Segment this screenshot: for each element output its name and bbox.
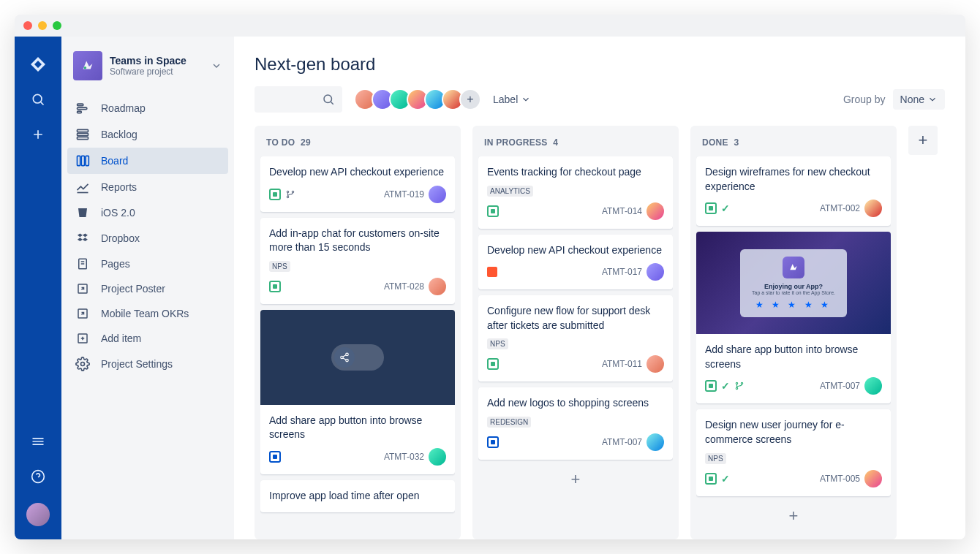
branch-icon: [285, 189, 295, 200]
group-by-control: Group by None: [843, 89, 945, 110]
assignee-avatar[interactable]: [647, 202, 664, 220]
done-check-icon: ✓: [721, 473, 730, 485]
issue-card[interactable]: Design wireframes for new checkout exper…: [696, 156, 891, 226]
priority-high-icon: [487, 267, 497, 277]
task-type-icon: [269, 451, 281, 463]
sidebar-item-label: iOS 2.0: [101, 207, 135, 219]
kanban-board: TO DO 29 Develop new API checkout experi…: [255, 126, 945, 539]
reports-icon: [75, 180, 91, 194]
branch-icon: [734, 381, 745, 391]
issue-card[interactable]: Design new user journey for e-commerce s…: [696, 409, 891, 496]
card-cover-image: [260, 310, 455, 405]
assignee-avatar[interactable]: [647, 355, 664, 373]
sidebar-item-mobile-okrs[interactable]: Mobile Team OKRs: [67, 301, 228, 326]
svg-point-9: [84, 67, 87, 69]
global-search-icon[interactable]: [23, 85, 53, 114]
assignee-avatar[interactable]: [647, 263, 664, 281]
card-key: ATMT-007: [820, 381, 860, 391]
card-label: NPS: [705, 453, 726, 464]
issue-card[interactable]: Add new logos to shopping screens REDESI…: [478, 387, 673, 460]
story-type-icon: [487, 358, 499, 370]
add-card-button[interactable]: +: [696, 502, 891, 530]
window-minimize-button[interactable]: [38, 21, 47, 30]
global-create-icon[interactable]: [23, 120, 53, 149]
svg-point-27: [81, 363, 85, 366]
rating-subtitle: Tap a star to rate it on the App Store.: [752, 290, 835, 295]
assignee-avatar[interactable]: [864, 200, 882, 217]
card-title: Add new logos to shopping screens: [487, 396, 664, 411]
menu-icon[interactable]: [23, 427, 53, 456]
add-people-button[interactable]: +: [459, 88, 481, 110]
help-icon[interactable]: [23, 462, 53, 491]
sidebar-item-reports[interactable]: Reports: [67, 174, 228, 200]
card-key: ATMT-005: [820, 474, 860, 484]
sidebar-item-pages[interactable]: Pages: [67, 251, 228, 276]
sidebar-item-label: Reports: [101, 181, 137, 193]
chevron-down-icon: [521, 94, 531, 105]
project-switcher[interactable]: Teams in Space Software project: [61, 51, 234, 92]
sidebar-item-ios[interactable]: iOS 2.0: [67, 200, 228, 225]
bucket-icon: [75, 206, 91, 219]
sidebar-item-label: Backlog: [101, 129, 137, 140]
svg-line-1: [41, 102, 44, 105]
sidebar-item-roadmap[interactable]: Roadmap: [67, 95, 228, 121]
column-header[interactable]: DONE 3: [696, 134, 891, 156]
product-logo-icon[interactable]: [23, 50, 53, 79]
card-title: Design new user journey for e-commerce s…: [705, 418, 882, 447]
card-key: ATMT-017: [602, 267, 642, 277]
column-header[interactable]: IN PROGRESS 4: [478, 134, 673, 156]
issue-card[interactable]: Configure new flow for support desk afte…: [478, 295, 673, 382]
svg-line-36: [343, 358, 346, 360]
task-type-icon: [487, 436, 499, 448]
backlog-icon: [75, 127, 91, 142]
assignee-avatar[interactable]: [429, 448, 446, 466]
shortcut-icon: [75, 307, 91, 320]
label-filter-button[interactable]: Label: [493, 94, 531, 105]
add-column-button[interactable]: +: [908, 126, 938, 155]
chevron-down-icon: [211, 60, 222, 72]
app-icon: [783, 257, 804, 278]
sidebar-item-label: Board: [101, 155, 128, 167]
sidebar-item-label: Add item: [101, 333, 141, 344]
user-avatar[interactable]: [26, 503, 50, 526]
issue-card[interactable]: Add in-app chat for customers on-site mo…: [260, 218, 455, 304]
sidebar-item-add-item[interactable]: Add item: [67, 326, 228, 351]
dropbox-icon: [75, 231, 91, 246]
svg-rect-11: [78, 107, 87, 110]
done-check-icon: ✓: [721, 202, 730, 214]
issue-card[interactable]: Develop new API checkout experience ATMT…: [260, 156, 455, 212]
issue-card[interactable]: Events tracking for checkout page ANALYT…: [478, 156, 673, 229]
sidebar-item-dropbox[interactable]: Dropbox: [67, 225, 228, 251]
add-card-button[interactable]: +: [478, 466, 673, 493]
sidebar-item-board[interactable]: Board: [67, 148, 228, 174]
window-close-button[interactable]: [23, 21, 32, 30]
card-title: Design wireframes for new checkout exper…: [705, 165, 882, 194]
sidebar-item-project-settings[interactable]: Project Settings: [67, 351, 228, 377]
issue-card[interactable]: Develop new API checkout experience ATMT…: [478, 235, 673, 290]
svg-rect-17: [81, 156, 84, 165]
issue-card[interactable]: Add share app button into browse screens…: [260, 310, 455, 474]
issue-card[interactable]: Improve app load time after open: [260, 480, 455, 512]
column-header[interactable]: TO DO 29: [260, 134, 455, 156]
svg-rect-10: [78, 104, 83, 106]
assignee-avatar[interactable]: [429, 186, 446, 203]
assignee-avatar[interactable]: [429, 278, 446, 295]
group-by-select[interactable]: None: [893, 89, 945, 110]
card-title: Improve app load time after open: [269, 489, 446, 504]
global-nav-rail: [15, 37, 61, 539]
sidebar-item-project-poster[interactable]: Project Poster: [67, 276, 228, 301]
svg-point-0: [33, 94, 42, 103]
window-maximize-button[interactable]: [53, 21, 61, 30]
page-title: Next-gen board: [255, 54, 945, 75]
search-input[interactable]: [255, 86, 342, 113]
card-label: NPS: [487, 338, 508, 349]
assignee-avatar[interactable]: [864, 377, 882, 395]
sidebar-item-backlog[interactable]: Backlog: [67, 121, 228, 148]
assignee-avatar[interactable]: [864, 470, 882, 487]
card-key: ATMT-011: [602, 359, 642, 369]
story-type-icon: [487, 205, 499, 217]
card-title: Configure new flow for support desk afte…: [487, 304, 664, 333]
assignee-avatar[interactable]: [647, 433, 664, 451]
sidebar-item-label: Pages: [101, 258, 130, 270]
issue-card[interactable]: Enjoying our App? Tap a star to rate it …: [696, 232, 891, 403]
